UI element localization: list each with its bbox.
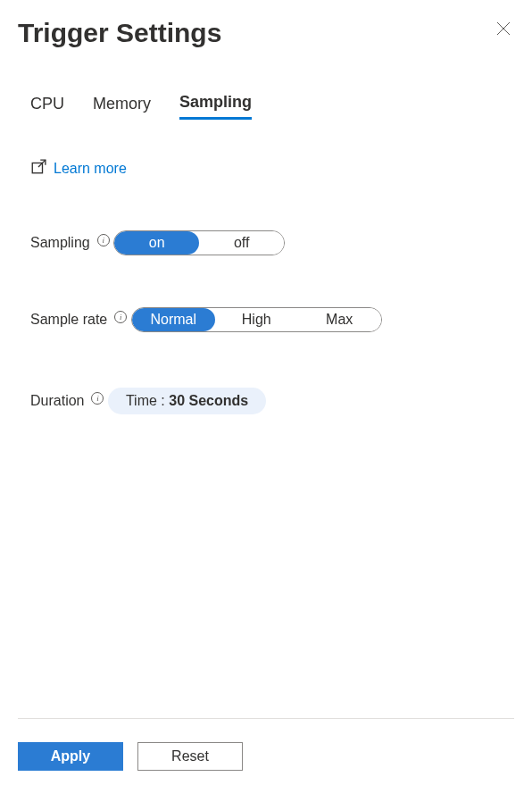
reset-button[interactable]: Reset <box>137 742 243 771</box>
info-icon[interactable]: i <box>97 234 110 246</box>
tab-bar: CPU Memory Sampling <box>30 93 514 120</box>
duration-value: 30 Seconds <box>169 393 248 408</box>
apply-button[interactable]: Apply <box>18 742 123 771</box>
tab-cpu[interactable]: CPU <box>30 93 64 120</box>
info-icon[interactable]: i <box>114 311 127 323</box>
sampling-option-off[interactable]: off <box>199 231 284 255</box>
sampling-toggle: on off <box>113 230 285 255</box>
tab-sampling[interactable]: Sampling <box>179 93 252 120</box>
duration-pill[interactable]: Time : 30 Seconds <box>108 388 266 414</box>
sample-rate-option-max[interactable]: Max <box>298 308 381 331</box>
close-icon <box>496 21 511 39</box>
footer-divider <box>18 718 514 719</box>
tab-memory[interactable]: Memory <box>93 93 151 120</box>
page-title: Trigger Settings <box>18 18 221 48</box>
info-icon[interactable]: i <box>91 392 104 405</box>
sampling-label: Sampling <box>30 235 90 251</box>
duration-prefix: Time : <box>126 393 169 408</box>
close-button[interactable] <box>493 18 514 42</box>
learn-more-link[interactable]: Learn more <box>30 159 127 179</box>
sample-rate-selector: Normal High Max <box>131 307 382 332</box>
external-link-icon <box>30 159 46 179</box>
duration-label: Duration <box>30 393 84 409</box>
sample-rate-label: Sample rate <box>30 312 107 328</box>
sampling-option-on[interactable]: on <box>114 231 199 255</box>
learn-more-label: Learn more <box>54 161 127 177</box>
sample-rate-option-normal[interactable]: Normal <box>132 308 215 331</box>
sample-rate-option-high[interactable]: High <box>215 308 298 331</box>
